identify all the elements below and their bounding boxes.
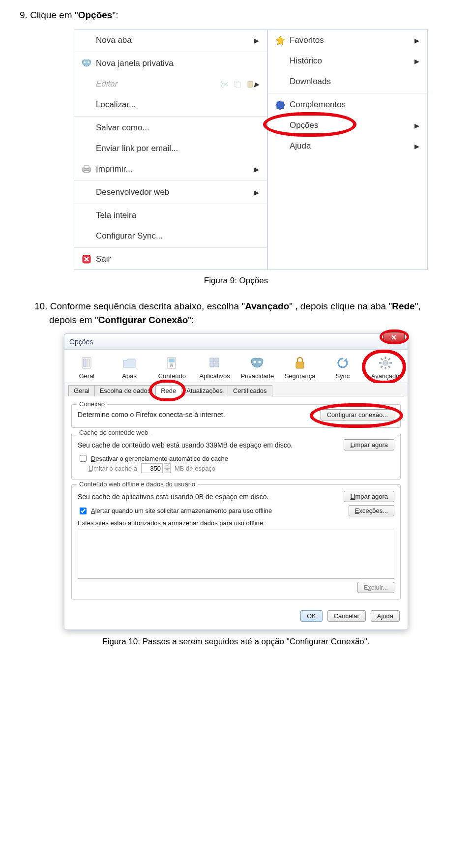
menu-item-hist-rico[interactable]: Histórico▶ xyxy=(268,51,427,71)
toolbar-privacidade[interactable]: Privacidade xyxy=(236,353,279,383)
menu-item-editar[interactable]: Editar▶ xyxy=(74,74,267,94)
menu-left-col: Nova aba▶Nova janela privativaEditar▶Loc… xyxy=(74,30,268,269)
menu-item-configurar-sync-[interactable]: Configurar Sync... xyxy=(74,226,267,246)
submenu-arrow-icon: ▶ xyxy=(254,81,261,88)
tab-rede[interactable]: Rede xyxy=(155,385,181,396)
advanced-tabs: GeralEscolha de dadosRedeAtualizaçõesCer… xyxy=(64,383,408,396)
delete-site-button[interactable]: Excluir... xyxy=(357,582,394,593)
star-icon xyxy=(273,35,288,45)
toolbar-label: Aplicativos xyxy=(194,372,235,380)
close-icon xyxy=(391,335,397,340)
toolbar-avan-ado[interactable]: Avançado xyxy=(364,353,407,383)
menu-item-enviar-link-por-email-[interactable]: Enviar link por email... xyxy=(74,138,267,159)
tab-geral[interactable]: Geral xyxy=(68,385,95,396)
menu-item-label: Imprimir... xyxy=(94,164,254,174)
cache-limit-spinner[interactable]: ▴▾ xyxy=(164,463,171,473)
menu-item-label: Favoritos xyxy=(288,35,414,45)
cancel-button[interactable]: Cancelar xyxy=(327,610,366,622)
printer-icon xyxy=(79,165,94,174)
menu-item-label: Nova aba xyxy=(94,35,254,45)
close-button[interactable] xyxy=(383,332,405,342)
menu-item-favoritos[interactable]: Favoritos▶ xyxy=(268,30,427,51)
menu-item-label: Nova janela privativa xyxy=(94,59,254,68)
group-offline-title: Conteúdo web offline e dados do usuário xyxy=(77,480,198,488)
sync-icon xyxy=(323,355,363,371)
toolbar-label: Avançado xyxy=(365,372,406,380)
submenu-arrow-icon: ▶ xyxy=(414,37,421,44)
toolbar-label: Conteúdo xyxy=(152,372,193,380)
submenu-arrow-icon: ▶ xyxy=(414,143,421,150)
configure-connection-button[interactable]: Configurar conexão... xyxy=(321,409,394,420)
group-offline: Conteúdo web offline e dados do usuário … xyxy=(71,484,401,599)
menu-item-label: Complementos xyxy=(288,100,414,110)
help-button[interactable]: Ajuda xyxy=(371,610,400,622)
svg-rect-13 xyxy=(84,359,86,367)
conexao-text: Determine como o Firefox conecta-se à in… xyxy=(78,411,225,419)
menu-item-downloads[interactable]: Downloads xyxy=(268,71,427,92)
menu-item-op-es[interactable]: Opções▶ xyxy=(268,115,427,136)
disable-auto-cache-checkbox[interactable]: Desativar o gerenciamento automático do … xyxy=(78,453,228,463)
svg-rect-18 xyxy=(210,358,214,362)
tab-certificados[interactable]: Certificados xyxy=(228,385,272,396)
group-cache-title: Cache de conteúdo web xyxy=(77,429,150,436)
toolbar-label: Geral xyxy=(66,372,107,380)
group-conexao-title: Conexão xyxy=(77,400,107,408)
exceptions-button[interactable]: Exceções... xyxy=(349,505,394,516)
menu-item-desenvolvedor-web[interactable]: Desenvolvedor web▶ xyxy=(74,182,267,203)
svg-rect-24 xyxy=(296,362,304,368)
toolbar-geral[interactable]: Geral xyxy=(65,353,108,383)
figure10-caption: Figura 10: Passos a serem seguidos até a… xyxy=(20,637,452,647)
submenu-arrow-icon: ▶ xyxy=(414,122,421,129)
tab-atualiza-es[interactable]: Atualizações xyxy=(181,385,228,396)
menu-item-label: Tela inteira xyxy=(94,210,254,220)
menu-item-salvar-como-[interactable]: Salvar como... xyxy=(74,118,267,138)
cache-limit-input[interactable] xyxy=(141,463,163,473)
svg-rect-7 xyxy=(249,81,252,82)
clear-cache-button[interactable]: Limpar agora xyxy=(344,439,394,450)
toolbar-abas[interactable]: Abas xyxy=(108,353,151,383)
menu-item-tela-inteira[interactable]: Tela inteira xyxy=(74,205,267,226)
figure9-wrap: Nova aba▶Nova janela privativaEditar▶Loc… xyxy=(74,30,452,270)
svg-rect-5 xyxy=(236,82,240,88)
mask2-icon xyxy=(237,355,278,371)
dialog-title: Opções xyxy=(69,338,93,346)
step10-num: 10. xyxy=(34,301,47,311)
toolbar-aplicativos[interactable]: Aplicativos xyxy=(193,353,236,383)
cache-usage-text: Seu cache de conteúdo web está usando 33… xyxy=(78,441,293,449)
menu-item-imprimir-[interactable]: Imprimir...▶ xyxy=(74,159,267,180)
menu-item-ajuda[interactable]: Ajuda▶ xyxy=(268,136,427,156)
menu-item-nova-aba[interactable]: Nova aba▶ xyxy=(74,30,267,51)
toolbar-sync[interactable]: Sync xyxy=(322,353,364,383)
cache-limit-label: Limitar o cache a xyxy=(88,465,137,472)
submenu-arrow-icon: ▶ xyxy=(254,189,261,196)
menu-item-sair[interactable]: Sair xyxy=(74,249,267,269)
toolbar-conte-do[interactable]: 页Conteúdo xyxy=(151,353,194,383)
toolbar-seguran-a[interactable]: Segurança xyxy=(279,353,322,383)
menu-item-label: Histórico xyxy=(288,56,414,66)
menu-right-col: Favoritos▶Histórico▶DownloadsComplemento… xyxy=(268,30,427,269)
apps-icon xyxy=(194,355,235,371)
menu-item-label: Localizar... xyxy=(94,100,254,110)
menu-item-nova-janela-privativa[interactable]: Nova janela privativa xyxy=(74,53,267,74)
offline-sites-listbox[interactable] xyxy=(78,530,394,579)
menu-item-label: Opções xyxy=(288,120,414,130)
menu-item-complementos[interactable]: Complementos xyxy=(268,94,427,115)
menu-item-label: Editar xyxy=(94,79,221,89)
clear-offline-button[interactable]: Limpar agora xyxy=(344,491,394,502)
svg-point-23 xyxy=(259,361,261,363)
lock-icon xyxy=(280,355,321,371)
tab-escolha-de-dados[interactable]: Escolha de dados xyxy=(94,385,156,396)
ok-button[interactable]: OK xyxy=(300,610,323,622)
menu-item-label: Desenvolvedor web xyxy=(94,187,254,197)
step10-line: 10. Conforme sequência descrita abaixo, … xyxy=(34,299,452,333)
dialog-titlebar: Opções xyxy=(64,334,408,350)
menu-item-localizar-[interactable]: Localizar... xyxy=(74,94,267,115)
toolbar-label: Sync xyxy=(323,372,363,380)
cache-limit-unit: MB de espaço xyxy=(175,465,215,472)
svg-point-1 xyxy=(88,61,89,63)
alert-offline-checkbox[interactable]: Alertar quando um site solicitar armazen… xyxy=(78,506,272,516)
puzzle-icon xyxy=(273,100,288,110)
svg-rect-19 xyxy=(215,358,219,362)
svg-rect-14 xyxy=(87,359,89,367)
step9-keyword: Opções xyxy=(78,10,113,20)
